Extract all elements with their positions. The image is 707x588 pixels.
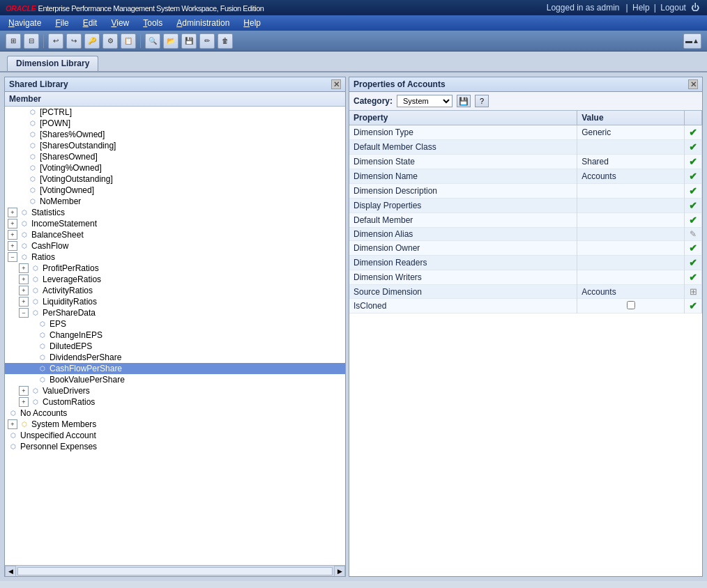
tree-item-income[interactable]: + ⬡ IncomeStatement: [5, 218, 345, 229]
menu-administration[interactable]: Administration: [174, 17, 232, 29]
expander-customratios[interactable]: +: [19, 397, 29, 407]
toolbar-btn-6[interactable]: ⚙: [102, 33, 118, 49]
prop-value[interactable]: Shared: [577, 155, 685, 169]
menu-view[interactable]: View: [108, 17, 132, 29]
toolbar-btn-11[interactable]: ✏: [199, 33, 215, 49]
toolbar-btn-7[interactable]: 📋: [121, 33, 136, 49]
tree-label: [Voting%Owned]: [40, 163, 102, 173]
prop-value[interactable]: [577, 299, 685, 314]
tree-label: CashFlowPerShare: [50, 364, 122, 373]
tree-item-dilutedeps[interactable]: ⬡ DilutedEPS: [5, 341, 345, 352]
scroll-left-btn[interactable]: ◀: [5, 566, 16, 577]
expander-leverage[interactable]: +: [19, 274, 29, 284]
tree-item-customratios[interactable]: + ⬡ CustomRatios: [5, 396, 345, 408]
tree-item-shares-owned[interactable]: ⬡ [Shares%Owned]: [5, 129, 345, 140]
tree-item-pctrl[interactable]: ⬡ [PCTRL]: [5, 107, 345, 118]
toolbar-btn-8[interactable]: 🔍: [145, 33, 160, 49]
tree-item-eps[interactable]: ⬡ EPS: [5, 318, 345, 330]
tree-item-leverage[interactable]: + ⬡ LeverageRatios: [5, 274, 345, 285]
expander-ratios[interactable]: −: [8, 252, 17, 262]
tree-item-persharedata[interactable]: − ⬡ PerShareData: [5, 307, 345, 318]
member-icon: ⬡: [19, 208, 30, 217]
check-icon: ✔: [689, 215, 697, 226]
tree-item-ratios[interactable]: − ⬡ Ratios: [5, 252, 345, 263]
expander-statistics[interactable]: +: [8, 208, 17, 217]
tree-item-personnel[interactable]: ⬡ Personnel Expenses: [5, 441, 345, 452]
tree-container[interactable]: ⬡ [PCTRL] ⬡ [POWN] ⬡ [Shares%Owned] ⬡ [S…: [5, 107, 345, 565]
tree-item-activity[interactable]: + ⬡ ActivityRatios: [5, 285, 345, 296]
tree-item-changeineps[interactable]: ⬡ ChangeInEPS: [5, 330, 345, 341]
expander-liquidity[interactable]: +: [19, 297, 29, 307]
tree-item-shares-outstanding[interactable]: ⬡ [SharesOutstanding]: [5, 140, 345, 151]
tree-item-voting-owned[interactable]: ⬡ [VotingOwned]: [5, 185, 345, 196]
prop-value[interactable]: [577, 199, 685, 213]
iscloned-checkbox[interactable]: [627, 301, 635, 309]
help-properties-btn[interactable]: ?: [475, 95, 489, 107]
tree-item-statistics[interactable]: + ⬡ Statistics: [5, 207, 345, 218]
prop-value[interactable]: [577, 228, 685, 241]
toolbar-btn-10[interactable]: 💾: [181, 33, 197, 49]
prop-check: ✔: [685, 270, 702, 285]
prop-value[interactable]: [577, 213, 685, 228]
tree-item-balance[interactable]: + ⬡ BalanceSheet: [5, 229, 345, 240]
tree-label: Statistics: [31, 208, 65, 217]
expander-pershare[interactable]: −: [19, 308, 29, 318]
menu-navigate[interactable]: Navigate: [6, 17, 44, 29]
dimension-library-tab[interactable]: Dimension Library: [7, 56, 98, 71]
prop-value[interactable]: [577, 241, 685, 256]
toolbar-btn-2[interactable]: ⊟: [24, 33, 39, 49]
prop-value[interactable]: [577, 184, 685, 199]
tree-item-pown[interactable]: ⬡ [POWN]: [5, 118, 345, 129]
toolbar-btn-3[interactable]: ↩: [48, 33, 63, 49]
tree-item-liquidity[interactable]: + ⬡ LiquidityRatios: [5, 296, 345, 307]
tree-item-valuedrivers[interactable]: + ⬡ ValueDrivers: [5, 385, 345, 396]
prop-label: Dimension Readers: [349, 256, 577, 270]
expander-valuedrivers[interactable]: +: [19, 386, 29, 396]
menu-edit[interactable]: Edit: [80, 17, 100, 29]
props-scroll[interactable]: Property Value Dimension Type Generic ✔ …: [349, 111, 702, 576]
tree-item-nomember[interactable]: ⬡ NoMember: [5, 196, 345, 207]
restore-btn[interactable]: ▬▲: [683, 33, 701, 49]
expander-profit[interactable]: +: [19, 263, 29, 273]
member-icon: ⬡: [30, 274, 41, 284]
tree-item-voting-outstanding[interactable]: ⬡ [VotingOutstanding]: [5, 173, 345, 185]
prop-value[interactable]: [577, 140, 685, 155]
check-col-header: [685, 111, 702, 125]
tree-item-unspecified[interactable]: ⬡ Unspecified Account: [5, 430, 345, 441]
category-select[interactable]: System Custom All: [397, 95, 453, 107]
toolbar-btn-1[interactable]: ⊞: [6, 33, 21, 49]
prop-value[interactable]: Generic: [577, 125, 685, 140]
save-properties-btn[interactable]: 💾: [457, 95, 471, 107]
help-link[interactable]: Help: [632, 3, 650, 13]
prop-value[interactable]: [577, 256, 685, 270]
tree-item-cashflow[interactable]: + ⬡ CashFlow: [5, 240, 345, 252]
scroll-right-btn[interactable]: ▶: [334, 566, 345, 577]
toolbar-btn-4[interactable]: ↪: [66, 33, 82, 49]
menu-tools[interactable]: Tools: [140, 17, 165, 29]
horizontal-scrollbar[interactable]: [17, 567, 333, 575]
toolbar-btn-9[interactable]: 📂: [163, 33, 178, 49]
prop-value[interactable]: Accounts: [577, 169, 685, 184]
tree-item-cashflowpershare[interactable]: ⬡ CashFlowPerShare: [5, 363, 345, 374]
logout-link[interactable]: Logout: [660, 3, 686, 13]
tree-item-voting-pct[interactable]: ⬡ [Voting%Owned]: [5, 162, 345, 173]
properties-close-btn[interactable]: ✕: [688, 79, 698, 89]
tree-item-profit[interactable]: + ⬡ ProfitPerRatios: [5, 263, 345, 274]
expander-activity[interactable]: +: [19, 286, 29, 295]
menu-help[interactable]: Help: [241, 17, 264, 29]
shared-library-close-btn[interactable]: ✕: [331, 79, 341, 89]
prop-value[interactable]: [577, 270, 685, 285]
tree-item-noaccounts[interactable]: ⬡ No Accounts: [5, 408, 345, 419]
menu-file[interactable]: File: [52, 17, 71, 29]
prop-value[interactable]: Accounts: [577, 285, 685, 299]
tree-item-dividends[interactable]: ⬡ DividendsPerShare: [5, 352, 345, 363]
toolbar-btn-12[interactable]: 🗑: [218, 33, 233, 49]
expander-balance[interactable]: +: [8, 230, 17, 240]
expander-systemmembers[interactable]: +: [8, 419, 17, 429]
tree-item-bookvalue[interactable]: ⬡ BookValuePerShare: [5, 374, 345, 385]
toolbar-btn-5[interactable]: 🔑: [84, 33, 100, 49]
expander-income[interactable]: +: [8, 219, 17, 229]
expander-cashflow[interactable]: +: [8, 241, 17, 251]
tree-item-shares-owned2[interactable]: ⬡ [SharesOwned]: [5, 151, 345, 162]
tree-item-systemmembers[interactable]: + ⬡ System Members: [5, 419, 345, 430]
